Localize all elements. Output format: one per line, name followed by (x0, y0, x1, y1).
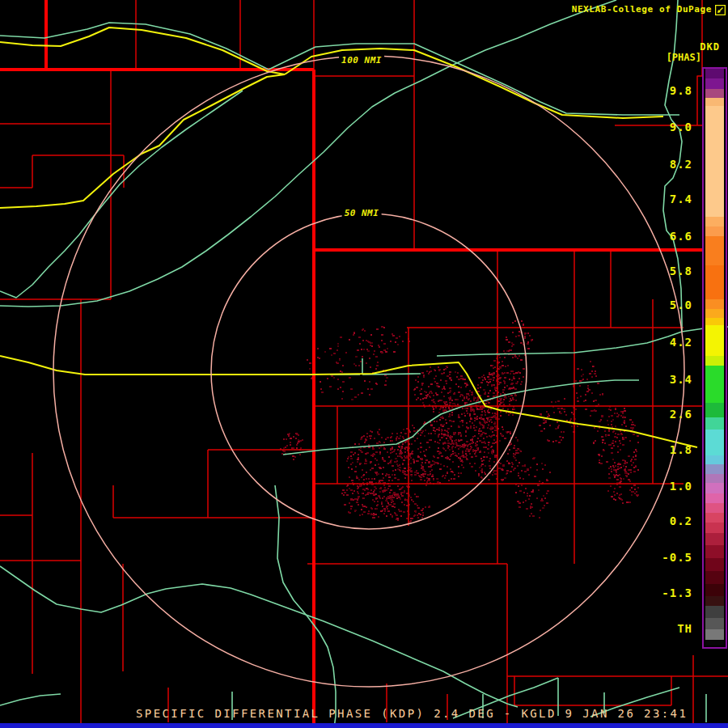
color-scale-segment (705, 464, 724, 474)
color-scale-segment (705, 299, 724, 309)
product-code-label: DKD (700, 41, 720, 53)
color-scale-segment (705, 356, 724, 366)
county-borders (0, 0, 728, 728)
color-scale-segment (705, 309, 724, 318)
color-scale-segment (705, 98, 724, 106)
color-scale-segment (705, 629, 724, 640)
color-scale-segment (705, 493, 724, 503)
color-scale-segment (705, 640, 724, 645)
color-scale-segment (705, 217, 724, 226)
state-borders (0, 0, 702, 725)
color-scale-segment (705, 455, 724, 464)
colorbar-tick-label: 1.8 (670, 443, 692, 456)
radar-display: 100 NMI 50 NMI NEXLAB-College of DuPage … (0, 0, 728, 728)
bottom-strip (0, 723, 728, 728)
color-scale-segment (705, 513, 724, 523)
color-scale-segment (705, 596, 724, 606)
colorbar-tick-label: 3.4 (670, 373, 692, 386)
color-scale-segment (705, 606, 724, 618)
color-scale-segment (705, 69, 724, 78)
color-scale-segment (705, 618, 724, 629)
color-scale-segment (705, 483, 724, 493)
colorbar-tick-label: 5.0 (670, 298, 692, 311)
color-scale-segment (705, 503, 724, 513)
colorbar-tick-label: 8.2 (670, 158, 692, 171)
color-scale-segment (705, 236, 724, 265)
range-ring-label-100nmi: 100 NMI (339, 55, 384, 66)
color-scale-segment (705, 558, 724, 571)
color-scale-segment (705, 430, 724, 455)
colorbar-tick-label: 1.0 (670, 480, 692, 493)
color-scale-segment (705, 89, 724, 98)
colorbar-tick-label: TH (677, 622, 692, 635)
colorbar-tick-label: 2.6 (670, 408, 692, 421)
brand-text: NEXLAB-College of DuPage (572, 4, 712, 15)
color-scale-segment (705, 318, 724, 325)
color-scale-segment (705, 366, 724, 403)
color-scale-segment (705, 78, 724, 89)
color-scale-segment (705, 571, 724, 584)
product-status-text: SPECIFIC DIFFERENTIAL PHASE (KDP) 2.4 DE… (136, 707, 688, 720)
colorbar-tick-label: 4.2 (670, 336, 692, 349)
colorbar-tick-label: 0.2 (670, 514, 692, 527)
colorbar-tick-label: -1.3 (662, 586, 692, 599)
color-scale-segment (705, 325, 724, 356)
colorbar-tick-label: 5.8 (670, 265, 692, 277)
range-ring-label-50nmi: 50 NMI (342, 208, 382, 218)
roads-yellow (0, 28, 697, 447)
color-scale-segment (705, 106, 724, 217)
colorbar-tick-label: -0.5 (662, 551, 692, 564)
product-units-label: [PHAS] (667, 52, 701, 63)
colorbar-tick-label: 7.4 (670, 193, 692, 205)
color-scale-segment (705, 523, 724, 533)
color-scale-segment (705, 584, 724, 596)
colorbar-tick-label: 9.0 (670, 121, 692, 133)
roads-green (0, 0, 728, 728)
radar-map[interactable] (0, 0, 728, 728)
colorbar-tick-label: 9.8 (670, 84, 692, 97)
color-scale-segment (705, 265, 724, 299)
radar-echoes (280, 320, 639, 523)
color-scale-segment (705, 417, 724, 430)
cursor-arrow-icon[interactable] (715, 3, 726, 14)
color-scale-segment (705, 533, 724, 545)
colorbar-tick-label: 6.6 (670, 230, 692, 243)
color-scale-segment (705, 474, 724, 483)
color-scale-segment (705, 226, 724, 236)
color-scale-bar (702, 67, 727, 649)
color-scale-segment (705, 545, 724, 558)
color-scale-segment (705, 403, 724, 417)
